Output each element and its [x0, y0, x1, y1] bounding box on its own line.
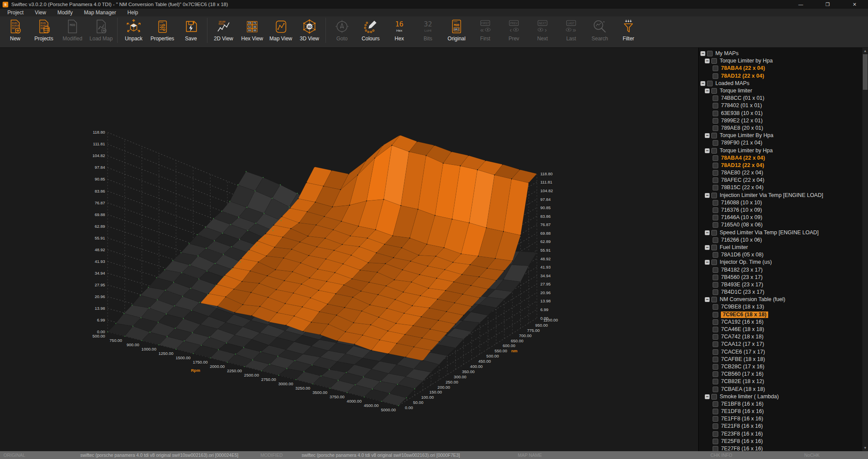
tree-item-7caa12-17-x-17[interactable]: 7CAA12 (17 x 17): [699, 341, 862, 348]
tree-item-7e21f8-16-x-16[interactable]: 7E21F8 (16 x 16): [699, 423, 862, 430]
checkbox[interactable]: [713, 282, 718, 288]
tree-item-fuel-limiter[interactable]: −Fuel Limiter: [699, 244, 862, 251]
checkbox[interactable]: [713, 289, 718, 295]
tree-item-74b8cc-01-x-01[interactable]: 74B8CC (01 x 01): [699, 95, 862, 102]
checkbox[interactable]: [713, 252, 718, 258]
checkbox[interactable]: [713, 111, 718, 116]
checkbox[interactable]: [713, 423, 718, 429]
tree-item-78b15c-22-x-04[interactable]: 78B15C (22 x 04): [699, 184, 862, 191]
menu-project[interactable]: Project: [2, 10, 29, 16]
toolbar-original-button[interactable]: MODORIOriginal: [442, 16, 471, 47]
checkbox[interactable]: [711, 394, 717, 400]
tree-item-78afec-22-x-04[interactable]: 78AFEC (22 x 04): [699, 177, 862, 184]
checkbox[interactable]: [711, 259, 717, 265]
checkbox[interactable]: [713, 170, 718, 176]
toolbar-unpack-button[interactable]: Unpack: [119, 16, 148, 47]
checkbox[interactable]: [713, 200, 718, 206]
checkbox[interactable]: [711, 230, 717, 236]
checkbox[interactable]: [713, 401, 718, 407]
map-3d-view[interactable]: 0.000.006.996.9913.9813.9820.9620.9627.9…: [0, 48, 698, 451]
toolbar-colours-button[interactable]: Colours: [356, 16, 385, 47]
close-button[interactable]: ✕: [841, 0, 868, 9]
tree-item-smoke-limiter-lambda[interactable]: −Smoke limiter ( Lambda): [699, 393, 862, 400]
checkbox[interactable]: [713, 73, 718, 79]
tree-item-7e25f8-16-x-16[interactable]: 7E25F8 (16 x 16): [699, 438, 862, 445]
tree-item-716088-10-x-10[interactable]: 716088 (10 x 10): [699, 199, 862, 207]
menu-view[interactable]: View: [29, 10, 52, 16]
checkbox[interactable]: [713, 364, 718, 370]
tree-item-78aba4-22-x-04[interactable]: 78ABA4 (22 x 04): [699, 65, 862, 72]
checkbox[interactable]: [713, 155, 718, 161]
checkbox[interactable]: [713, 275, 718, 280]
toolbar-2d-view-button[interactable]: 1010001012D View: [209, 16, 238, 47]
checkbox[interactable]: [713, 185, 718, 190]
tree-item-7e1ff8-16-x-16[interactable]: 7E1FF8 (16 x 16): [699, 415, 862, 423]
tree-item-injection-limiter-via-temp-engine-load[interactable]: −Injection Limiter Via Temp [ENGINE LOAD…: [699, 192, 862, 199]
tree-item-78a1d6-05-x-08[interactable]: 78A1D6 (05 x 08): [699, 251, 862, 259]
checkbox[interactable]: [713, 327, 718, 332]
scroll-up-icon[interactable]: ▲: [862, 48, 868, 54]
toolbar-new-button[interactable]: 010101010001New: [1, 16, 30, 47]
tree-item-speed-limiter-via-temp-engine-load[interactable]: −Speed Limiter Via Temp [ENGINE LOAD]: [699, 229, 862, 236]
checkbox[interactable]: [713, 312, 718, 318]
checkbox[interactable]: [713, 118, 718, 124]
checkbox[interactable]: [711, 297, 717, 302]
tree-item-63e938-10-x-01[interactable]: 63E938 (10 x 01): [699, 110, 862, 117]
checkbox[interactable]: [713, 237, 718, 243]
tree-item-78ae80-22-x-04[interactable]: 78AE80 (22 x 04): [699, 169, 862, 177]
checkbox[interactable]: [713, 357, 718, 362]
expand-collapse-icon[interactable]: −: [705, 59, 710, 63]
checkbox[interactable]: [713, 103, 718, 108]
expand-collapse-icon[interactable]: −: [705, 133, 710, 138]
tree-item-my-maps[interactable]: −My MAPs: [699, 50, 862, 57]
tree-item-7cafbe-18-x-18[interactable]: 7CAFBE (18 x 18): [699, 356, 862, 363]
tree-item-7ca192-16-x-16[interactable]: 7CA192 (16 x 16): [699, 318, 862, 326]
checkbox[interactable]: [713, 319, 718, 325]
toolbar-properties-button[interactable]: Properties: [148, 16, 177, 47]
tree-item-78aba4-22-x-04[interactable]: 78ABA4 (22 x 04): [699, 154, 862, 162]
tree-item-71646a-10-x-09[interactable]: 71646A (10 x 09): [699, 214, 862, 221]
checkbox[interactable]: [713, 267, 718, 273]
minimize-button[interactable]: —: [787, 0, 814, 9]
expand-collapse-icon[interactable]: −: [705, 260, 710, 265]
checkbox[interactable]: [713, 387, 718, 392]
expand-collapse-icon[interactable]: −: [700, 81, 705, 86]
scroll-down-icon[interactable]: ▼: [862, 445, 868, 451]
expand-collapse-icon[interactable]: −: [700, 51, 705, 56]
checkbox[interactable]: [713, 379, 718, 384]
checkbox[interactable]: [711, 58, 717, 64]
tree-item-716376-10-x-09[interactable]: 716376 (10 x 09): [699, 207, 862, 214]
tree-item-78ad12-22-x-04[interactable]: 78AD12 (22 x 04): [699, 72, 862, 80]
tree-scrollbar[interactable]: ▲ ▼: [862, 48, 868, 451]
expand-collapse-icon[interactable]: −: [705, 148, 710, 153]
scrollbar-thumb[interactable]: [863, 54, 868, 90]
checkbox[interactable]: [711, 193, 717, 198]
tree-item-7e1df8-16-x-16[interactable]: 7E1DF8 (16 x 16): [699, 408, 862, 415]
tree-item-78ad12-22-x-04[interactable]: 78AD12 (22 x 04): [699, 162, 862, 169]
tree-item-789ae8-20-x-01[interactable]: 789AE8 (20 x 01): [699, 125, 862, 132]
checkbox[interactable]: [711, 148, 717, 154]
toolbar-hex-view-button[interactable]: EBF652008000Hex View: [238, 16, 266, 47]
expand-collapse-icon[interactable]: −: [705, 230, 710, 235]
checkbox[interactable]: [713, 431, 718, 437]
menu-modify[interactable]: Modify: [52, 10, 78, 16]
checkbox[interactable]: [713, 304, 718, 310]
toolbar-save-button[interactable]: Save: [177, 16, 205, 47]
expand-collapse-icon[interactable]: −: [705, 394, 710, 399]
checkbox[interactable]: [713, 371, 718, 377]
tree-item-7e27f8-16-x-16[interactable]: 7E27F8 (16 x 16): [699, 445, 862, 451]
tree-item-torque-limiter-by-hpa[interactable]: −Torque Limiter by Hpa: [699, 57, 862, 65]
expand-collapse-icon[interactable]: −: [705, 297, 710, 302]
checkbox[interactable]: [713, 215, 718, 220]
tree-item-7899e2-12-x-01[interactable]: 7899E2 (12 x 01): [699, 117, 862, 125]
checkbox[interactable]: [713, 349, 718, 355]
menu-help[interactable]: Help: [122, 10, 144, 16]
tree-item-7c9be8-18-x-13[interactable]: 7C9BE8 (18 x 13): [699, 303, 862, 311]
checkbox[interactable]: [713, 222, 718, 228]
toolbar-projects-button[interactable]: 010101010001Projects: [30, 16, 58, 47]
checkbox[interactable]: [713, 446, 718, 451]
restore-button[interactable]: ❐: [814, 0, 841, 9]
checkbox[interactable]: [711, 133, 717, 138]
expand-collapse-icon[interactable]: −: [705, 89, 710, 93]
tree-item-7ca46e-18-x-18[interactable]: 7CA46E (18 x 18): [699, 326, 862, 333]
